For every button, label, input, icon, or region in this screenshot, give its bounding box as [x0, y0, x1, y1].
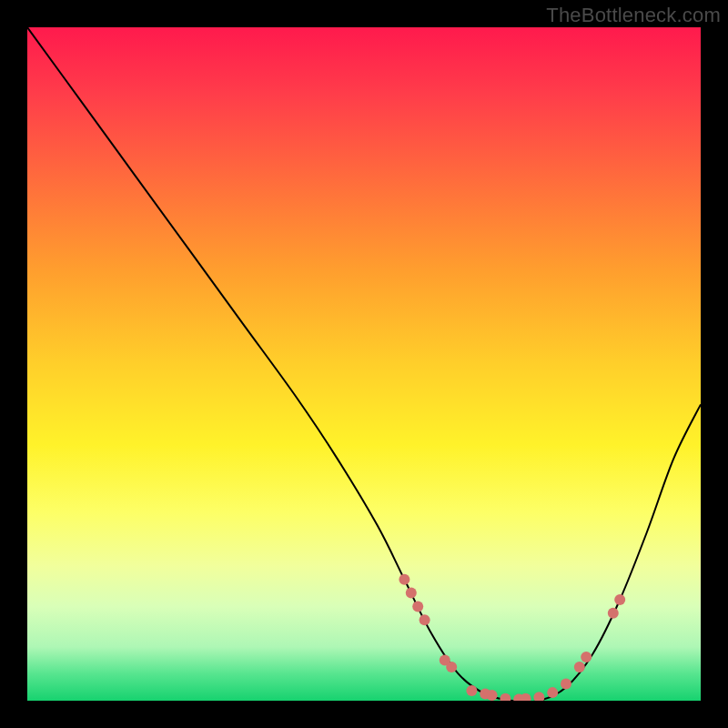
- marker-dot: [547, 687, 558, 698]
- marker-dot: [581, 652, 592, 662]
- marker-dot: [500, 693, 511, 701]
- marker-dot: [574, 662, 585, 672]
- marker-dot: [521, 693, 531, 701]
- curve-layer: [27, 27, 701, 701]
- marker-dot: [533, 692, 544, 701]
- figure-container: TheBottleneck.com: [0, 0, 728, 728]
- marker-dot: [466, 685, 477, 696]
- marker-dot: [406, 588, 417, 599]
- marker-dot: [561, 679, 571, 690]
- marker-dot: [487, 690, 498, 701]
- marker-dot: [420, 614, 430, 625]
- marker-dot: [412, 601, 423, 612]
- marker-dot: [608, 608, 619, 619]
- marker-dot: [446, 662, 457, 672]
- plot-area: [27, 27, 701, 701]
- marker-dot: [614, 594, 625, 605]
- watermark-text: TheBottleneck.com: [546, 4, 721, 27]
- bottleneck-curve: [27, 27, 701, 701]
- marker-dot: [399, 574, 410, 585]
